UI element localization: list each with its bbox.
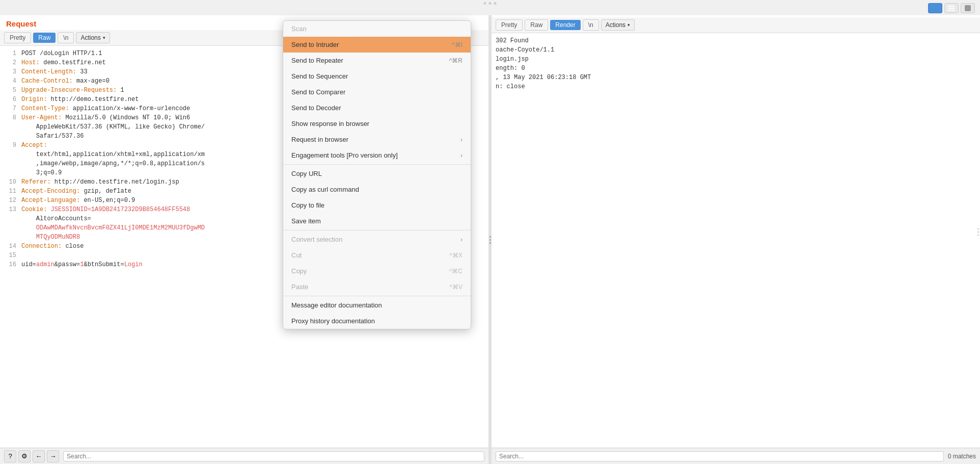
actions-label: Actions <box>80 34 100 41</box>
menu-decoder-label: Send to Decoder <box>291 104 341 112</box>
context-menu[interactable]: Scan Send to Intruder ^⌘I Send to Repeat… <box>283 20 471 329</box>
menu-item-copy: Copy ^⌘C <box>283 263 471 279</box>
resp-line-4: ength: 0 <box>496 64 976 73</box>
menu-item-send-to-comparer[interactable]: Send to Comparer <box>283 84 471 100</box>
tab-pretty[interactable]: Pretty <box>4 32 31 43</box>
top-bar <box>923 0 980 16</box>
menu-intruder-label: Send to Intruder <box>291 41 339 48</box>
menu-item-send-to-repeater[interactable]: Send to Repeater ^⌘R <box>283 53 471 68</box>
tab-raw-response[interactable]: Raw <box>525 19 548 31</box>
menu-engagement-label: Engagement tools [Pro version only] <box>291 151 398 159</box>
menu-item-copy-url[interactable]: Copy URL <box>283 166 471 182</box>
menu-repeater-label: Send to Repeater <box>291 57 343 64</box>
menu-copy-shortcut: ^⌘C <box>449 268 462 275</box>
menu-copy-url-label: Copy URL <box>291 170 322 177</box>
menu-copy-label: Copy <box>291 267 307 275</box>
tab-pretty-response[interactable]: Pretty <box>496 19 523 31</box>
menu-paste-shortcut: ^⌘V <box>449 283 462 291</box>
menu-save-item-label: Save item <box>291 217 321 225</box>
tab-newline[interactable]: \n <box>58 32 74 43</box>
menu-request-browser-label: Request in browser <box>291 136 348 143</box>
resp-line-1: 302 Found <box>496 36 976 45</box>
menu-item-convert-selection: Convert selection › <box>283 231 471 247</box>
menu-intruder-shortcut: ^⌘I <box>452 41 462 48</box>
chevron-down-icon: ▾ <box>103 35 105 40</box>
resp-line-6: n: close <box>496 82 976 91</box>
menu-item-paste: Paste ^⌘V <box>283 279 471 295</box>
menu-copy-curl-label: Copy as curl command <box>291 186 359 193</box>
response-search-input[interactable] <box>496 451 944 461</box>
menu-sep-1 <box>283 164 471 165</box>
menu-item-copy-to-file[interactable]: Copy to file <box>283 197 471 213</box>
menu-item-cut: Cut ^⌘X <box>283 247 471 263</box>
menu-item-save-item[interactable]: Save item <box>283 213 471 229</box>
menu-proxy-history-label: Proxy history documentation <box>291 317 375 325</box>
menu-item-proxy-history-docs[interactable]: Proxy history documentation <box>283 313 471 329</box>
help-icon[interactable]: ? <box>4 450 16 462</box>
resp-line-3: login.jsp <box>496 55 976 64</box>
forward-icon[interactable]: → <box>47 450 59 462</box>
menu-comparer-label: Send to Comparer <box>291 88 345 96</box>
menu-paste-label: Paste <box>291 283 308 291</box>
tab-newline-response[interactable]: \n <box>583 19 599 31</box>
settings-icon[interactable]: ⚙ <box>18 450 31 462</box>
right-drag-handle <box>976 226 980 238</box>
submenu-arrow-icon: › <box>460 136 462 143</box>
menu-item-request-in-browser[interactable]: Request in browser › <box>283 132 471 147</box>
menu-copy-file-label: Copy to file <box>291 201 324 209</box>
menu-sep-2 <box>283 230 471 230</box>
tab-raw[interactable]: Raw <box>33 33 56 43</box>
response-code-area[interactable]: 302 Found oache-Coyote/1.1 login.jsp eng… <box>492 33 980 448</box>
response-actions-button[interactable]: Actions ▾ <box>601 19 635 31</box>
response-panel: Pretty Raw Render \n Actions ▾ 302 Found… <box>492 15 980 464</box>
request-search-input[interactable] <box>63 451 484 461</box>
response-toolbar: Pretty Raw Render \n Actions ▾ <box>492 17 980 33</box>
menu-item-show-response-in-browser[interactable]: Show response in browser <box>283 116 471 132</box>
convert-submenu-arrow-icon: › <box>460 236 462 243</box>
menu-cut-shortcut: ^⌘X <box>449 252 462 259</box>
menu-scan-label: Scan <box>291 25 307 33</box>
tab-render-response[interactable]: Render <box>550 20 580 30</box>
menu-item-send-to-intruder[interactable]: Send to Intruder ^⌘I <box>283 37 471 53</box>
top-dots <box>484 2 497 5</box>
menu-sep-3 <box>283 296 471 296</box>
menu-item-scan: Scan <box>283 21 471 37</box>
response-search-bar: 0 matches <box>492 448 980 464</box>
menu-convert-label: Convert selection <box>291 236 342 243</box>
back-icon[interactable]: ← <box>33 450 45 462</box>
menu-item-message-editor-docs[interactable]: Message editor documentation <box>283 297 471 313</box>
layout-single-btn[interactable] <box>961 3 975 13</box>
menu-repeater-shortcut: ^⌘R <box>449 57 462 64</box>
actions-button[interactable]: Actions ▾ <box>76 32 110 43</box>
request-search-bar: ? ⚙ ← → <box>0 448 488 464</box>
menu-item-send-to-sequencer[interactable]: Send to Sequencer <box>283 68 471 84</box>
resp-line-2: oache-Coyote/1.1 <box>496 45 976 55</box>
layout-horizontal-btn[interactable] <box>944 3 959 13</box>
main-layout: Request Pretty Raw \n Actions ▾ 1 POST /… <box>0 15 980 464</box>
response-chevron-icon: ▾ <box>628 22 630 28</box>
menu-item-copy-curl[interactable]: Copy as curl command <box>283 182 471 197</box>
menu-cut-label: Cut <box>291 251 302 259</box>
menu-show-response-label: Show response in browser <box>291 120 369 127</box>
menu-sequencer-label: Send to Sequencer <box>291 72 348 80</box>
menu-item-send-to-decoder[interactable]: Send to Decoder <box>283 100 471 116</box>
matches-label: 0 matches <box>948 453 976 460</box>
bottom-icons-left: ? ⚙ ← → <box>4 450 59 462</box>
engagement-submenu-arrow-icon: › <box>460 152 462 159</box>
menu-item-engagement-tools[interactable]: Engagement tools [Pro version only] › <box>283 147 471 163</box>
menu-msg-editor-label: Message editor documentation <box>291 301 382 309</box>
resp-line-5: , 13 May 2021 06:23:18 GMT <box>496 73 976 82</box>
layout-split-btn[interactable] <box>928 3 942 13</box>
response-actions-label: Actions <box>606 21 625 29</box>
